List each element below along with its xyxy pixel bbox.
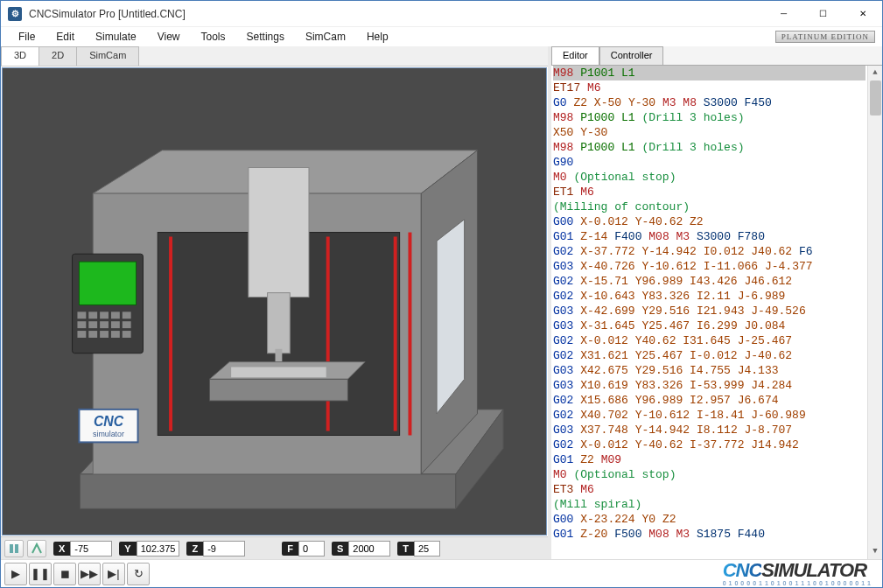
left-pane: 3D 2D SimCam [1,46,551,559]
tab-controller[interactable]: Controller [599,46,664,65]
menu-help[interactable]: Help [356,29,399,45]
code-editor[interactable]: M98 P1001 L1ET17 M6G0 Z2 X-50 Y-30 M3 M8… [551,66,882,559]
code-line[interactable]: (Mill spiral) [553,497,865,512]
code-line[interactable]: G02 X-37.772 Y-14.942 I0.012 J40.62 F6 [553,244,865,259]
code-line[interactable]: M0 (Optional stop) [553,170,865,185]
svg-rect-14 [268,293,291,354]
stop-button[interactable]: ◼ [53,563,76,585]
svg-rect-27 [88,321,97,328]
brand-sim: SIMULATOR [761,559,866,581]
workspace: 3D 2D SimCam [1,46,882,559]
menu-view[interactable]: View [147,29,191,45]
code-line[interactable]: M98 P1001 L1 [553,66,865,80]
pause-button[interactable]: ❚❚ [29,563,52,585]
code-line[interactable]: G03 X10.619 Y83.326 I-53.999 J4.284 [553,378,865,393]
code-line[interactable]: M98 P1000 L1 (Drill 3 holes) [553,110,865,125]
svg-rect-40 [15,544,18,553]
menu-simulate[interactable]: Simulate [85,29,147,45]
svg-rect-28 [100,321,109,328]
fast-forward-button[interactable]: ▶▶ [78,563,101,585]
svg-text:CNC: CNC [94,414,124,429]
transport-bar: ▶ ❚❚ ◼ ▶▶ ▶| ↻ CNCSIMULATOR 010000110100… [1,559,882,587]
axis-t-label: T [397,542,414,556]
code-line[interactable]: ET3 M6 [553,482,865,497]
scroll-thumb[interactable] [870,80,881,116]
scroll-up-icon[interactable]: ▲ [868,66,882,80]
code-line[interactable]: G03 X37.748 Y-14.942 I8.112 J-8.707 [553,423,865,438]
3d-viewport[interactable]: CNC simulator [2,67,547,536]
code-line[interactable]: G00 X-23.224 Y0 Z2 [553,512,865,527]
code-line[interactable]: G02 X-10.643 Y83.326 I2.11 J-6.989 [553,289,865,304]
svg-marker-2 [80,474,455,508]
menu-file[interactable]: File [8,29,46,45]
axis-f-label: F [282,542,298,556]
svg-rect-31 [77,331,86,338]
editor-scrollbar[interactable]: ▲ ▼ [867,66,882,559]
code-line[interactable]: G03 X42.675 Y29.516 I4.755 J4.133 [553,363,865,378]
editor-tabs: Editor Controller [551,46,882,66]
code-line[interactable]: G02 X-0.012 Y40.62 I31.645 J-25.467 [553,333,865,348]
axis-t-value: 25 [414,541,440,556]
titlebar: ⚙ CNCSimulator Pro [Untitled.CNC] ─ ☐ ✕ [1,1,882,27]
code-line[interactable]: ET17 M6 [553,80,865,95]
svg-rect-26 [77,321,86,328]
code-line[interactable]: G03 X-40.726 Y-10.612 I-11.066 J-4.377 [553,259,865,274]
edition-badge: PLATINUM EDITION [775,31,875,43]
code-line[interactable]: G0 Z2 X-50 Y-30 M3 M8 S3000 F450 [553,95,865,110]
svg-marker-8 [437,220,465,414]
menu-settings[interactable]: Settings [236,29,295,45]
code-line[interactable]: G02 X31.621 Y25.467 I-0.012 J-40.62 [553,348,865,363]
tab-editor[interactable]: Editor [551,46,599,65]
svg-rect-10 [326,236,330,430]
sb-tool-1[interactable] [4,540,24,557]
axis-y-value: 102.375 [137,541,180,556]
tab-3d[interactable]: 3D [1,46,39,66]
axis-x-label: X [53,542,70,556]
svg-rect-12 [408,233,411,436]
code-line[interactable]: G02 X15.686 Y96.989 I2.957 J6.674 [553,393,865,408]
svg-rect-23 [100,312,109,318]
code-line[interactable]: G00 X-0.012 Y-40.62 Z2 [553,214,865,229]
code-line[interactable]: ET1 M6 [553,185,865,200]
maximize-button[interactable]: ☐ [803,1,843,26]
code-line[interactable]: M0 (Optional stop) [553,467,865,482]
svg-rect-22 [88,312,97,318]
menu-tools[interactable]: Tools [191,29,236,45]
code-line[interactable]: G03 X-42.699 Y29.516 I21.943 J-49.526 [553,304,865,318]
minimize-button[interactable]: ─ [764,1,803,26]
svg-rect-9 [169,236,172,430]
svg-rect-30 [123,321,131,328]
code-line[interactable]: G01 Z-14 F400 M08 M3 S3000 F780 [553,229,865,244]
code-line[interactable]: (Milling of contour) [553,200,865,214]
menu-simcam[interactable]: SimCam [295,29,356,45]
close-button[interactable]: ✕ [843,1,882,26]
code-line[interactable]: G02 X40.702 Y-10.612 I-18.41 J-60.989 [553,408,865,423]
code-line[interactable]: G01 Z2 M09 [553,452,865,467]
scroll-down-icon[interactable]: ▼ [868,544,882,559]
code-line[interactable]: X50 Y-30 [553,125,865,140]
axis-t: T 25 [397,541,440,556]
sb-tool-2[interactable] [27,540,46,557]
code-line[interactable]: G03 X-31.645 Y25.467 I6.299 J0.084 [553,318,865,333]
axis-x-value: -75 [70,541,112,556]
loop-button[interactable]: ↻ [127,563,150,585]
code-line[interactable]: G02 X-0.012 Y-40.62 I-37.772 J14.942 [553,438,865,452]
svg-rect-21 [77,312,86,318]
code-line[interactable]: G02 X-15.71 Y96.989 I43.426 J46.612 [553,274,865,289]
code-line[interactable]: G90 [553,155,865,170]
tab-2d[interactable]: 2D [39,46,77,66]
menubar: File Edit Simulate View Tools Settings S… [1,27,882,46]
axis-s: S 2000 [332,541,390,556]
code-body[interactable]: M98 P1001 L1ET17 M6G0 Z2 X-50 Y-30 M3 M8… [551,66,867,559]
tab-simcam[interactable]: SimCam [76,46,139,66]
right-pane: Editor Controller M98 P1001 L1ET17 M6G0 … [551,46,882,559]
svg-rect-39 [10,544,13,553]
code-line[interactable]: G01 Z-20 F500 M08 M3 S1875 F440 [553,527,865,542]
play-button[interactable]: ▶ [4,563,27,585]
svg-rect-17 [209,379,347,401]
menu-edit[interactable]: Edit [46,29,85,45]
code-line[interactable]: M98 P1000 L1 (Drill 3 holes) [553,140,865,155]
step-button[interactable]: ▶| [102,563,125,585]
axis-s-value: 2000 [348,541,390,556]
axis-y-label: Y [119,542,136,556]
